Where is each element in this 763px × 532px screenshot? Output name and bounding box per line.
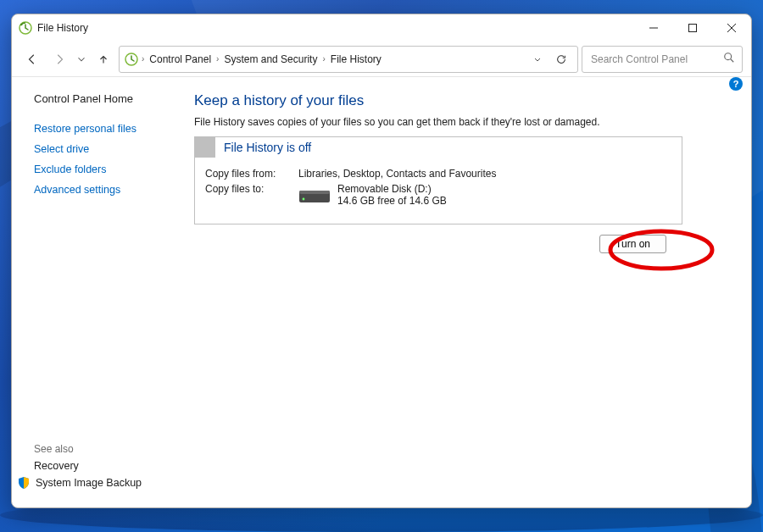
svg-rect-1 — [689, 25, 697, 32]
svg-point-3 — [725, 53, 732, 60]
sidebar-link-exclude[interactable]: Exclude folders — [34, 163, 194, 175]
disk-name: Removable Disk (D:) — [337, 183, 447, 195]
copy-to-label: Copy files to: — [205, 183, 298, 207]
turn-on-button[interactable]: Turn on — [599, 235, 666, 253]
breadcrumb-path[interactable]: › Control Panel › System and Security › … — [119, 46, 578, 73]
status-panel: File History is off Copy files from: Lib… — [194, 136, 682, 224]
breadcrumb-file-history[interactable]: File History — [329, 52, 383, 67]
disk-free: 14.6 GB free of 14.6 GB — [337, 195, 447, 207]
file-history-window: File History › Control Panel › System an… — [11, 14, 752, 508]
copy-from-label: Copy files from: — [205, 168, 298, 180]
search-input[interactable] — [589, 53, 723, 66]
nav-forward-button[interactable] — [47, 47, 71, 71]
status-title: File History is off — [215, 141, 311, 154]
svg-rect-5 — [299, 191, 330, 194]
search-icon[interactable] — [723, 52, 735, 66]
see-also-recovery[interactable]: Recovery — [34, 460, 194, 472]
history-dropdown-icon[interactable] — [526, 54, 549, 64]
shield-icon — [17, 476, 31, 490]
control-panel-home-link[interactable]: Control Panel Home — [34, 92, 194, 105]
breadcrumb-system-security[interactable]: System and Security — [222, 52, 319, 67]
titlebar: File History — [12, 14, 751, 42]
maximize-button[interactable] — [673, 14, 712, 42]
chevron-right-icon[interactable]: › — [140, 54, 146, 64]
search-box[interactable] — [582, 46, 743, 73]
chevron-right-icon[interactable]: › — [320, 54, 326, 64]
svg-point-6 — [303, 198, 305, 201]
page-subtext: File History saves copies of your files … — [194, 116, 727, 128]
status-icon-placeholder — [195, 137, 215, 158]
path-icon — [125, 53, 138, 66]
nav-up-button[interactable] — [92, 47, 115, 71]
sidebar-link-select-drive[interactable]: Select drive — [34, 143, 194, 155]
page-heading: Keep a history of your files — [194, 92, 727, 109]
nav-back-button[interactable] — [20, 47, 44, 71]
see-also-system-image-backup[interactable]: System Image Backup — [17, 476, 194, 490]
sidebar-link-restore[interactable]: Restore personal files — [34, 123, 194, 135]
breadcrumb-control-panel[interactable]: Control Panel — [148, 52, 213, 67]
see-also-heading: See also — [34, 443, 194, 455]
sidebar-link-advanced[interactable]: Advanced settings — [34, 184, 194, 196]
sidebar: Control Panel Home Restore personal file… — [12, 77, 194, 507]
minimize-button[interactable] — [634, 14, 673, 42]
refresh-icon[interactable] — [550, 53, 572, 65]
file-history-icon — [19, 21, 32, 35]
window-title: File History — [37, 22, 88, 34]
address-bar: › Control Panel › System and Security › … — [12, 42, 751, 77]
copy-from-value: Libraries, Desktop, Contacts and Favouri… — [298, 168, 496, 180]
close-button[interactable] — [712, 14, 751, 42]
help-icon[interactable]: ? — [729, 77, 743, 91]
main-content: ? Keep a history of your files File Hist… — [194, 77, 751, 507]
drive-icon — [298, 186, 331, 204]
nav-recent-button[interactable] — [75, 47, 88, 71]
chevron-right-icon[interactable]: › — [214, 54, 220, 64]
